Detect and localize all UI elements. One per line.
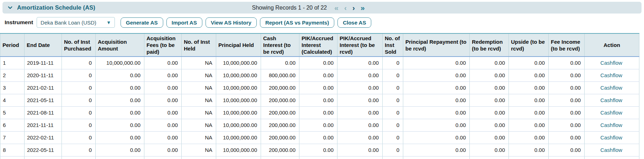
cell-period: 8	[0, 144, 25, 156]
cell-no-of-inst-purchased: 0	[62, 106, 96, 119]
pagination-last-icon[interactable]: »	[359, 4, 367, 11]
instrument-select[interactable]: Deka Bank Loan (USD) ▼	[37, 17, 115, 28]
cell-redemption-to-be-rcvd: 0.00	[470, 119, 509, 131]
cell-empty	[261, 156, 299, 159]
table-row: 42021-05-1100.000.00NA10,000,000.00200,0…	[0, 94, 639, 106]
cell-acquisition-fees-to-be-paid: 0.00	[144, 119, 182, 131]
cell-action: Cashflow	[585, 131, 639, 144]
cell-no-of-inst-held: NA	[182, 57, 216, 69]
cell-no-of-inst-sold: 0	[383, 81, 403, 94]
cell-action: Cashflow	[585, 144, 639, 156]
cell-pik-accrued-interest-to-be-rcvd: 0.00	[337, 119, 383, 131]
cashflow-link[interactable]: Cashflow	[600, 60, 622, 66]
cell-period: 1	[0, 57, 25, 69]
close-as-button[interactable]: Close AS	[337, 17, 371, 28]
cell-empty	[216, 156, 261, 159]
pagination-first-icon[interactable]: «	[332, 4, 340, 11]
cell-redemption-to-be-rcvd: 0.00	[470, 81, 509, 94]
cell-no-of-inst-purchased: 0	[62, 81, 96, 94]
cell-pik-accrued-interest-to-be-rcvd: 0.00	[337, 69, 383, 81]
cell-pik-accrued-interest-calculated: 0.00	[299, 144, 337, 156]
cell-principal-repayment-to-be-rcvd: 0.00	[403, 144, 470, 156]
cell-acquisition-fees-to-be-paid: 0.00	[144, 131, 182, 144]
cell-empty	[182, 156, 216, 159]
cell-no-of-inst-sold: 0	[383, 119, 403, 131]
generate-as-button[interactable]: Generate AS	[121, 17, 163, 28]
cell-end-date: 2022-02-11	[25, 131, 62, 144]
cell-principal-repayment-to-be-rcvd: 0.00	[403, 119, 470, 131]
cell-cash-interest-to-be-rcvd: 200,000.00	[261, 94, 299, 106]
cell-end-date: 2021-05-11	[25, 94, 62, 106]
cell-acquisition-fees-to-be-paid: 0.00	[144, 69, 182, 81]
instrument-selected-value: Deka Bank Loan (USD)	[41, 20, 96, 26]
cell-action: Cashflow	[585, 94, 639, 106]
column-header-fee-income-to-be-rcvd: Fee Income (to be rcvd)	[549, 33, 585, 57]
cell-empty	[470, 156, 509, 159]
cell-empty	[549, 156, 585, 159]
cell-redemption-to-be-rcvd: 0.00	[470, 69, 509, 81]
cashflow-link[interactable]: Cashflow	[600, 134, 622, 141]
cell-redemption-to-be-rcvd: 0.00	[470, 94, 509, 106]
cell-empty	[62, 156, 96, 159]
cell-acquisition-amount: 0.00	[96, 131, 144, 144]
cell-upside-to-be-rcvd: 0.00	[509, 106, 549, 119]
cell-empty	[299, 156, 337, 159]
cell-acquisition-amount: 0.00	[96, 144, 144, 156]
instrument-label: Instrument	[5, 19, 33, 26]
view-as-history-button[interactable]: View AS History	[206, 17, 257, 28]
cell-principal-held: 10,000,000.00	[216, 106, 261, 119]
cell-no-of-inst-sold: 0	[383, 106, 403, 119]
cell-end-date: 2019-11-11	[25, 57, 62, 69]
cell-acquisition-fees-to-be-paid: 0.00	[144, 81, 182, 94]
cell-upside-to-be-rcvd: 0.00	[509, 81, 549, 94]
cashflow-link[interactable]: Cashflow	[600, 147, 622, 153]
toolbar-buttons: Generate ASImport ASView AS HistoryRepor…	[121, 17, 371, 28]
cashflow-link[interactable]: Cashflow	[600, 97, 622, 103]
pagination-next-icon[interactable]: ›	[351, 4, 357, 11]
cell-redemption-to-be-rcvd: 0.00	[470, 144, 509, 156]
cell-empty	[337, 156, 383, 159]
cell-fee-income-to-be-rcvd: 0.00	[549, 81, 585, 94]
cell-no-of-inst-purchased: 0	[62, 131, 96, 144]
cell-end-date: 2021-11-11	[25, 119, 62, 131]
cell-period: 3	[0, 81, 25, 94]
cell-principal-held: 10,000,000.00	[216, 57, 261, 69]
cell-no-of-inst-sold: 0	[383, 69, 403, 81]
report-as-vs-payments-button[interactable]: Report (AS vs Payments)	[260, 17, 334, 28]
cell-no-of-inst-held: NA	[182, 106, 216, 119]
pagination-prev-icon[interactable]: ‹	[342, 4, 348, 11]
cell-empty	[96, 156, 144, 159]
records-count: Showing Records 1 - 20 of 22	[252, 5, 327, 11]
panel-title: Amortization Schedule (AS)	[17, 4, 95, 11]
cell-action: Cashflow	[585, 81, 639, 94]
column-header-no-of-inst-sold: No. of Inst Sold	[383, 33, 403, 57]
column-header-cash-interest-to-be-rcvd: Cash Interest (to be rcvd)	[261, 33, 299, 57]
amortization-table: PeriodEnd DateNo. of Inst PurchasedAcqui…	[0, 33, 639, 159]
cell-acquisition-amount: 0.00	[96, 94, 144, 106]
column-header-no-of-inst-held: No. of Inst Held	[182, 33, 216, 57]
cashflow-link[interactable]: Cashflow	[600, 110, 622, 116]
cell-redemption-to-be-rcvd: 0.00	[470, 57, 509, 69]
cashflow-link[interactable]: Cashflow	[600, 72, 622, 78]
cell-empty	[25, 156, 62, 159]
cell-empty	[509, 156, 549, 159]
table-row: 12019-11-11010,000,000.000.00NA10,000,00…	[0, 57, 639, 69]
cell-period: 7	[0, 131, 25, 144]
cashflow-link[interactable]: Cashflow	[600, 122, 622, 128]
collapse-chevron-icon[interactable]	[7, 5, 13, 10]
cell-end-date: 2021-02-11	[25, 81, 62, 94]
cell-empty	[585, 156, 639, 159]
cell-end-date: 2020-11-11	[25, 69, 62, 81]
cell-period: 6	[0, 119, 25, 131]
cell-cash-interest-to-be-rcvd: 200,000.00	[261, 144, 299, 156]
cell-acquisition-amount: 0.00	[96, 69, 144, 81]
cell-no-of-inst-purchased: 0	[62, 69, 96, 81]
cell-no-of-inst-sold: 0	[383, 57, 403, 69]
cashflow-link[interactable]: Cashflow	[600, 85, 622, 91]
cell-upside-to-be-rcvd: 0.00	[509, 57, 549, 69]
cell-empty	[403, 156, 470, 159]
cell-principal-held: 10,000,000.00	[216, 119, 261, 131]
cell-acquisition-amount: 10,000,000.00	[96, 57, 144, 69]
cell-pik-accrued-interest-calculated: 0.00	[299, 69, 337, 81]
import-as-button[interactable]: Import AS	[166, 17, 202, 28]
